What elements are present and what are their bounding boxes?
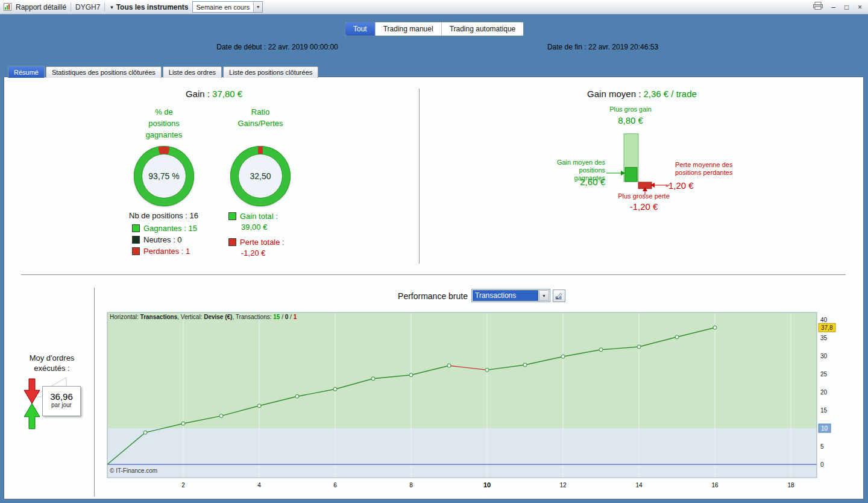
window-title: Rapport détaillé: [16, 3, 66, 11]
orders-label: Moy d'ordres exécutés :: [10, 353, 94, 373]
pencil-icon: [555, 292, 563, 300]
dropdown-arrow-icon: ▼: [539, 290, 549, 301]
instruments-filter-label: Tous les instruments: [116, 3, 189, 11]
report-window: Rapport détaillé DYGH7 ▼ Tous les instru…: [0, 0, 868, 503]
max-loss-label: Plus grosse perte: [608, 192, 680, 200]
period-select[interactable]: Semaine en cours ▼: [192, 1, 263, 13]
loss-total-value: -1,20 €: [241, 248, 285, 258]
up-arrow-icon: [23, 402, 41, 430]
svg-text:37,8: 37,8: [821, 324, 833, 331]
svg-text:12: 12: [559, 482, 567, 489]
instrument-tab[interactable]: DYGH7: [75, 3, 100, 11]
maximize-button[interactable]: □: [842, 2, 851, 13]
gain-total-swatch: [228, 212, 236, 220]
down-arrow-icon: [23, 378, 41, 405]
loss-total-swatch: [228, 238, 236, 246]
tab-liste-ordres[interactable]: Liste des ordres: [163, 66, 222, 78]
totals-legend: Gain total : 39,00 € Perte totale : -1,2…: [228, 212, 285, 258]
gain-total-label: Gain total :: [240, 212, 278, 221]
tab-resume[interactable]: Résumé: [8, 66, 45, 78]
svg-text:14: 14: [635, 482, 643, 489]
print-button[interactable]: [811, 2, 825, 13]
svg-text:10: 10: [821, 425, 828, 432]
chart-left-divider: [94, 288, 95, 496]
tab-statistiques[interactable]: Statistiques des positions clôturées: [46, 66, 162, 78]
gain-total-value: 39,00 €: [241, 223, 285, 232]
svg-text:10: 10: [483, 481, 491, 489]
legend-row-perdantes: Perdantes : 1: [132, 245, 197, 257]
legend-row-gagnantes: Gagnantes : 15: [132, 223, 197, 234]
svg-text:6: 6: [333, 482, 337, 489]
date-end: Date de fin : 22 avr. 2019 20:46:53: [509, 43, 696, 51]
gain-line: Gain : 37,80 €: [145, 89, 283, 99]
positions-legend: Gagnantes : 15 Neutres : 0 Perdantes : 1: [132, 223, 197, 257]
perdantes-label: Perdantes : 1: [143, 247, 190, 256]
svg-text:40: 40: [820, 317, 828, 323]
gagnantes-label: Gagnantes : 15: [143, 224, 197, 233]
svg-text:5: 5: [820, 443, 824, 450]
date-end-label: Date de fin :: [547, 43, 587, 51]
tab-trading-manuel[interactable]: Trading manuel: [376, 22, 442, 36]
avg-gain-value: 2,60 €: [545, 177, 605, 187]
svg-text:30: 30: [820, 353, 828, 359]
legend-row-neutres: Neutres : 0: [132, 234, 197, 245]
loss-total-label: Perte totale :: [240, 238, 285, 247]
chart-mode-value: Transactions: [473, 290, 538, 301]
max-loss-value: -1,20 €: [608, 201, 680, 212]
gain-total-row: Gain total :: [228, 212, 285, 221]
orders-per-day-value: 36,96: [43, 391, 80, 402]
gagnantes-swatch: [132, 224, 140, 232]
separator: [71, 2, 71, 11]
close-button[interactable]: ×: [855, 2, 864, 13]
gain-moyen-line: Gain moyen : 2,36 € / trade: [561, 89, 723, 99]
orders-per-day-box: 36,96 par jour: [42, 386, 81, 416]
svg-text:16: 16: [711, 482, 719, 489]
report-icon: [4, 3, 11, 11]
chart-settings-button[interactable]: [553, 289, 565, 302]
orders-per-day-unit: par jour: [43, 402, 80, 408]
svg-text:20: 20: [820, 389, 828, 396]
panel-tabs: Résumé Statistiques des positions clôtur…: [8, 66, 318, 78]
gain-value: 37,80 €: [212, 89, 242, 99]
section-divider: [21, 274, 846, 275]
winrate-donut-title: % de positions gagnantes: [131, 106, 197, 141]
instruments-filter-button[interactable]: ▼ Tous les instruments: [109, 3, 188, 11]
winrate-donut-hole: 93,75 %: [142, 154, 186, 198]
minimize-button[interactable]: –: [829, 2, 838, 13]
tab-trading-automatique[interactable]: Trading automatique: [442, 22, 524, 36]
performance-title: Performance brute: [356, 291, 468, 301]
scope-tabs: Tout Trading manuel Trading automatique: [345, 22, 524, 36]
chart-mode-select[interactable]: Transactions ▼: [471, 289, 550, 302]
nb-positions: Nb de positions : 16: [129, 211, 198, 220]
svg-text:© IT-Finance.com: © IT-Finance.com: [110, 467, 157, 474]
ratio-value: 32,50: [250, 171, 271, 181]
date-start-label: Date de début :: [216, 43, 266, 51]
dropdown-arrow-icon: ▼: [109, 5, 114, 10]
summary-divider: [419, 89, 420, 264]
dropdown-arrow-icon: ▼: [253, 2, 262, 12]
gain-moyen-label: Gain moyen :: [587, 89, 641, 99]
svg-text:0: 0: [820, 461, 824, 468]
neutres-swatch: [132, 236, 140, 244]
ratio-donut: 32,50: [230, 146, 291, 206]
titlebar: Rapport détaillé DYGH7 ▼ Tous les instru…: [0, 0, 868, 14]
tab-liste-positions[interactable]: Liste des positions clôturées: [223, 66, 318, 78]
avg-loss-value: -1,20 €: [665, 180, 694, 191]
gain-moyen-value: 2,36 € / trade: [643, 89, 696, 99]
date-end-value: 22 avr. 2019 20:46:53: [588, 43, 658, 51]
performance-chart[interactable]: 0515202530354037,81024681012141618Horizo…: [96, 309, 866, 499]
neutres-label: Neutres : 0: [143, 235, 182, 244]
svg-text:Horizontal: Transactions, Vert: Horizontal: Transactions, Vertical: Devi…: [110, 314, 297, 320]
date-start-value: 22 avr. 2019 00:00:00: [268, 43, 338, 51]
loss-total-row: Perte totale :: [228, 238, 285, 247]
svg-text:8: 8: [409, 482, 413, 489]
period-select-value: Semaine en cours: [196, 4, 250, 11]
svg-text:4: 4: [257, 482, 261, 489]
svg-text:25: 25: [820, 371, 828, 378]
winrate-donut: 93,75 %: [134, 146, 194, 206]
tab-tout[interactable]: Tout: [345, 22, 376, 36]
winrate-value: 93,75 %: [148, 171, 179, 181]
perdantes-swatch: [132, 247, 140, 255]
svg-text:2: 2: [181, 482, 185, 489]
svg-text:15: 15: [820, 407, 828, 414]
